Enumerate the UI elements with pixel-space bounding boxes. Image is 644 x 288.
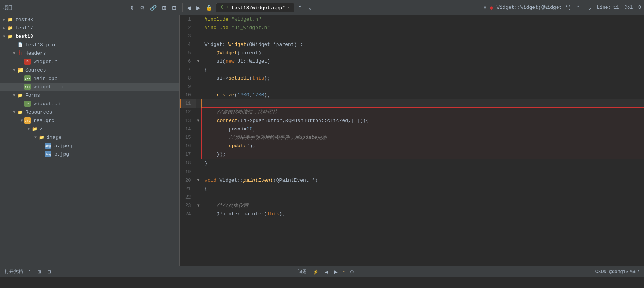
- table-row: 6 ▼ ui(new Ui::Widget): [180, 57, 644, 66]
- sidebar-item-slash[interactable]: ▼ 📁 /: [0, 125, 179, 133]
- line-arrow-4: [196, 41, 202, 49]
- table-row: 21 {: [180, 185, 644, 193]
- sidebar-item-main-cpp[interactable]: c++ main.cpp: [0, 74, 179, 83]
- code-line-11: [202, 99, 644, 108]
- line-arrow-12: [196, 108, 202, 117]
- breadcrumb-nav-down[interactable]: ⌄: [586, 3, 594, 12]
- sidebar-item-forms[interactable]: ▼ 📁 Forms: [0, 91, 179, 99]
- bottom-nav-back[interactable]: ◀: [323, 268, 330, 275]
- code-line-10: resize(1600,1200);: [202, 91, 644, 99]
- sidebar-item-widget-cpp[interactable]: c++ widget.cpp: [0, 83, 179, 91]
- table-row: 9: [180, 83, 644, 91]
- sidebar-item-widget-h[interactable]: h widget.h: [0, 57, 179, 66]
- bottom-filter-btn[interactable]: ⚙: [348, 268, 356, 275]
- line-arrow-2: [196, 24, 202, 32]
- line-num-7: 7: [180, 66, 196, 74]
- line-arrow-3: [196, 32, 202, 41]
- code-line-18: }: [202, 159, 644, 168]
- line-num-20: 20: [180, 176, 196, 185]
- table-row: 22: [180, 193, 644, 202]
- code-line-8: ui->setupUi(this);: [202, 74, 644, 83]
- label-forms: Forms: [25, 93, 40, 98]
- breadcrumb-nav-up[interactable]: ⌃: [574, 3, 583, 12]
- nav-back-btn[interactable]: ◀: [185, 3, 193, 12]
- sidebar-item-sources[interactable]: ▼ 📁 Sources: [0, 66, 179, 74]
- sidebar-item-a-jpeg[interactable]: img a.jpeg: [0, 142, 179, 150]
- label-test18pro: test18.pro: [25, 42, 55, 48]
- arrow-test03: ▶: [2, 17, 7, 22]
- tab-nav-up-btn[interactable]: ⌃: [296, 3, 304, 12]
- open-doc-add[interactable]: ⊞: [36, 268, 43, 275]
- table-row: 13 ▼ connect(ui->pushButton,&QPushButton…: [180, 117, 644, 125]
- tab-close-btn[interactable]: ✕: [287, 5, 290, 10]
- line-arrow-8: [196, 74, 202, 83]
- line-num-16: 16: [180, 142, 196, 150]
- open-doc-more[interactable]: ⊡: [46, 268, 53, 275]
- sidebar-item-test18pro[interactable]: 📄 test18.pro: [0, 41, 179, 49]
- table-row: 5 QWidget(parent),: [180, 49, 644, 57]
- line-num-22: 22: [180, 193, 196, 202]
- sidebar-more-btn[interactable]: ⊡: [170, 3, 178, 12]
- sidebar-item-headers[interactable]: ▼ h Headers: [0, 49, 179, 57]
- line-num-24: 24: [180, 210, 196, 218]
- label-widget-h: widget.h: [34, 59, 57, 65]
- arrow-test17: ▶: [2, 26, 7, 30]
- active-tab[interactable]: C++ test18/widget.cpp* ✕: [216, 3, 294, 12]
- folder-icon-slash: 📁: [31, 125, 38, 132]
- sidebar-item-test03[interactable]: ▶ 📁 test03: [0, 15, 179, 24]
- line-num-8: 8: [180, 74, 196, 83]
- sidebar-item-image[interactable]: ▼ 📁 image: [0, 133, 179, 142]
- project-label: 项目: [3, 4, 13, 11]
- sidebar-item-b-jpg[interactable]: img b.jpg: [0, 150, 179, 158]
- folder-icon-forms: 📁: [17, 92, 24, 99]
- open-doc-nav-up[interactable]: ⌃: [26, 268, 33, 275]
- sidebar-item-test18[interactable]: ▼ 📁 test18: [0, 32, 179, 41]
- table-row: 17 });: [180, 150, 644, 159]
- cpp-file-icon-widget: c++: [24, 84, 31, 90]
- bottom-right: CSDN @dong132697: [595, 269, 639, 275]
- tab-filename: test18/widget.cpp*: [231, 5, 285, 11]
- sidebar-add-btn[interactable]: ⊞: [160, 3, 168, 12]
- sidebar-link-btn[interactable]: 🔗: [148, 3, 159, 12]
- tab-nav-down-btn[interactable]: ⌄: [306, 3, 314, 12]
- bottom-nav-fwd[interactable]: ▶: [333, 268, 339, 275]
- arrow-test18: ▼: [2, 34, 7, 39]
- bottom-bar: 打开文档 ⌃ ⊞ ⊡ 问题 ⚡ ◀ ▶ ⚠ ⚙ CSDN @dong132697: [0, 266, 644, 277]
- arrow-slash: ▼: [26, 127, 31, 131]
- line-arrow-21: [196, 185, 202, 193]
- table-row: 23 ▼ /*//高级设置: [180, 202, 644, 210]
- line-arrow-6: ▼: [196, 57, 202, 66]
- sidebar-filter-btn[interactable]: ⚙: [138, 3, 147, 12]
- folder-icon-test03: 📁: [7, 16, 14, 23]
- sidebar-item-widget-ui[interactable]: ui widget.ui: [0, 99, 179, 108]
- bottom-connect-btn[interactable]: ⚡: [311, 268, 320, 275]
- table-row: 3: [180, 32, 644, 41]
- code-line-22: [202, 193, 644, 202]
- sidebar-item-test17[interactable]: ▶ 📁 test17: [0, 24, 179, 32]
- code-line-19: [202, 168, 644, 176]
- sidebar: ▶ 📁 test03 ▶ 📁 test17 ▼ 📁 test18 📄 test1…: [0, 15, 180, 266]
- table-row: 20 ▼ void Widget::paintEvent(QPaintEvent…: [180, 176, 644, 185]
- lock-btn[interactable]: 🔒: [204, 3, 214, 12]
- label-sources: Sources: [25, 67, 46, 73]
- line-arrow-10: [196, 91, 202, 99]
- line-arrow-24: [196, 210, 202, 218]
- table-row: 24 QPainter painter(this);: [180, 210, 644, 218]
- code-line-6: ui(new Ui::Widget): [202, 57, 644, 66]
- sidebar-nav-btn[interactable]: ⇕: [128, 3, 136, 12]
- diamond-icon: ◆: [490, 4, 494, 11]
- tab-cpp-icon: C++: [221, 5, 229, 10]
- line-num-15: 15: [180, 133, 196, 142]
- code-editor[interactable]: 1 #include "widget.h" 2 #include "ui_wid…: [180, 15, 644, 266]
- line-arrow-11: [196, 99, 202, 108]
- tab-bar: ◀ ▶ 🔒 C++ test18/widget.cpp* ✕ ⌃ ⌄: [185, 3, 481, 12]
- sidebar-item-res-qrc[interactable]: ▼ qrc res.qrc: [0, 116, 179, 125]
- label-a-jpeg: a.jpeg: [54, 143, 72, 149]
- hash-icon: #: [484, 5, 487, 10]
- line-num-3: 3: [180, 32, 196, 41]
- sidebar-item-resources[interactable]: ▼ 📁 Resources: [0, 108, 179, 116]
- issues-label-btn[interactable]: 问题: [296, 268, 308, 276]
- line-arrow-23: ▼: [196, 202, 202, 210]
- code-line-24: QPainter painter(this);: [202, 210, 644, 218]
- nav-forward-btn[interactable]: ▶: [194, 3, 202, 12]
